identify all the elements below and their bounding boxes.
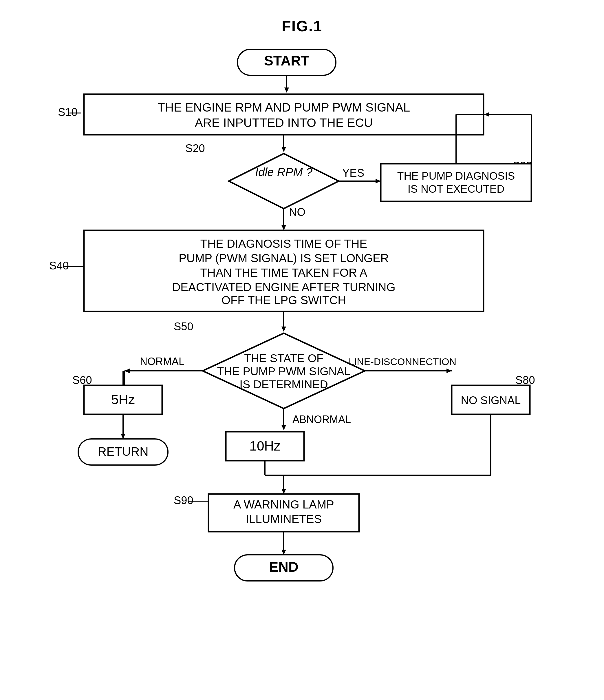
svg-text:DEACTIVATED ENGINE AFTER TURNI: DEACTIVATED ENGINE AFTER TURNING xyxy=(172,281,395,294)
svg-text:THE DIAGNOSIS TIME OF THE: THE DIAGNOSIS TIME OF THE xyxy=(200,237,367,250)
svg-marker-28 xyxy=(484,112,489,117)
svg-text:OFF THE LPG SWITCH: OFF THE LPG SWITCH xyxy=(221,294,346,306)
svg-marker-67 xyxy=(446,369,452,373)
svg-text:YES: YES xyxy=(342,167,364,179)
svg-text:ARE INPUTTED INTO THE ECU: ARE INPUTTED INTO THE ECU xyxy=(195,116,373,129)
svg-text:A WARNING LAMP: A WARNING LAMP xyxy=(233,498,334,511)
svg-text:THE PUMP DIAGNOSIS: THE PUMP DIAGNOSIS xyxy=(397,170,515,182)
svg-marker-15 xyxy=(375,179,381,183)
svg-text:THE PUMP PWM SIGNAL: THE PUMP PWM SIGNAL xyxy=(217,365,351,377)
svg-text:RETURN: RETURN xyxy=(98,445,149,458)
svg-text:THE STATE OF: THE STATE OF xyxy=(244,352,323,365)
svg-text:S80: S80 xyxy=(516,374,535,386)
svg-marker-77 xyxy=(282,489,286,494)
svg-rect-18 xyxy=(381,164,531,201)
svg-marker-10 xyxy=(282,147,286,152)
svg-marker-33 xyxy=(282,225,286,230)
svg-text:S40: S40 xyxy=(49,259,69,272)
svg-text:S60: S60 xyxy=(72,374,92,386)
svg-marker-12 xyxy=(229,154,339,208)
svg-text:Idle RPM ?: Idle RPM ? xyxy=(255,166,313,178)
svg-marker-56 xyxy=(121,434,125,439)
svg-text:NO: NO xyxy=(289,206,306,218)
svg-text:END: END xyxy=(269,559,298,575)
svg-text:ILLUMINETES: ILLUMINETES xyxy=(246,512,322,525)
svg-text:THE ENGINE RPM AND PUMP PWM SI: THE ENGINE RPM AND PUMP PWM SIGNAL xyxy=(158,101,410,114)
svg-marker-84 xyxy=(282,550,286,555)
svg-text:LINE-DISCONNECTION: LINE-DISCONNECTION xyxy=(349,356,456,367)
svg-marker-43 xyxy=(282,327,286,332)
svg-text:S90: S90 xyxy=(174,494,193,506)
svg-text:10Hz: 10Hz xyxy=(249,439,280,453)
svg-text:START: START xyxy=(264,53,309,68)
svg-text:IS NOT EXECUTED: IS NOT EXECUTED xyxy=(408,183,504,195)
svg-marker-61 xyxy=(282,425,286,430)
svg-marker-3 xyxy=(284,88,289,93)
svg-text:S20: S20 xyxy=(185,142,205,154)
svg-text:PUMP (PWM SIGNAL) IS SET LONGE: PUMP (PWM SIGNAL) IS SET LONGER xyxy=(179,252,389,265)
svg-text:S50: S50 xyxy=(174,321,193,333)
svg-marker-50 xyxy=(125,369,130,373)
svg-text:NORMAL: NORMAL xyxy=(140,355,184,367)
svg-text:5Hz: 5Hz xyxy=(111,392,135,407)
page-title: FIG.1 xyxy=(0,0,604,35)
flowchart: START S10 THE ENGINE RPM AND PUMP PWM SI… xyxy=(0,38,604,698)
svg-text:S10: S10 xyxy=(58,106,78,118)
svg-text:NO SIGNAL: NO SIGNAL xyxy=(461,394,521,406)
svg-text:ABNORMAL: ABNORMAL xyxy=(292,414,351,425)
svg-text:IS DETERMINED: IS DETERMINED xyxy=(239,378,328,391)
svg-text:THAN THE TIME TAKEN FOR A: THAN THE TIME TAKEN FOR A xyxy=(200,266,367,279)
